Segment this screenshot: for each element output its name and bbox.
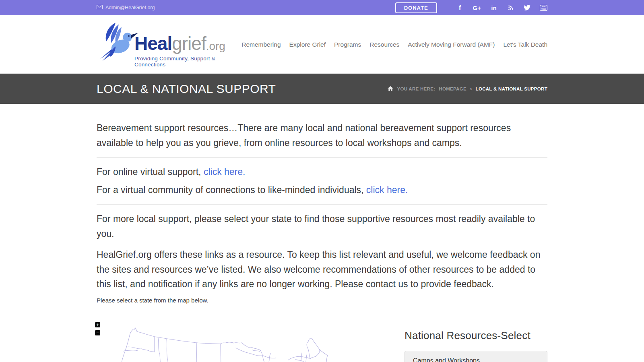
breadcrumb-homepage-link[interactable]: HOMEPAGE [439,86,466,91]
nav-item-resources[interactable]: Resources [369,41,399,48]
sidebar-item-camps-and-workshops[interactable]: Camps and Workshops [405,351,547,362]
virtual-support-line: For online virtual support, click here. [97,165,547,179]
main-content: Bereavement support resources…There are … [97,104,547,362]
donate-button[interactable]: DONATE [395,2,437,13]
admin-email-link[interactable]: Admin@HealGrief.org [97,5,155,10]
page-title-banner: LOCAL & NATIONAL SUPPORT YOU ARE HERE: H… [0,74,644,104]
logo-word-heal: Heal [134,33,172,54]
national-resources-sidebar: National Resources-Select Camps and Work… [405,310,547,362]
svg-text:Tube: Tube [541,8,546,10]
intro-paragraph: Bereavement support resources…There are … [97,121,547,150]
map-zoom-in-button[interactable]: + [95,322,100,327]
community-text: For a virtual community of connections t… [97,185,366,195]
logo-word-grief: grief [172,33,206,54]
divider [97,204,547,205]
admin-email-text: Admin@HealGrief.org [105,5,155,10]
community-line: For a virtual community of connections t… [97,183,547,197]
nav-item-lets-talk-death[interactable]: Let's Talk Death [503,41,547,48]
state-map-section: + − [97,310,405,362]
community-link[interactable]: click here. [366,185,408,195]
top-bar: Admin@HealGrief.org DONATE f G+ in YouTu… [0,0,644,15]
breadcrumb-chevron-icon: › [470,86,472,92]
logo-word-org: .org [206,40,225,52]
hummingbird-logo-icon [97,21,140,65]
social-icons: f G+ in YouTube [456,4,547,11]
rss-icon[interactable] [507,5,514,11]
nav-item-amf[interactable]: Actively Moving Forward (AMF) [408,41,495,48]
facebook-icon[interactable]: f [456,4,464,11]
local-support-paragraph: For more local support, please select yo… [97,212,547,241]
envelope-icon [97,5,103,10]
map-zoom-controls: + − [95,322,100,335]
nav-item-explore-grief[interactable]: Explore Grief [289,41,326,48]
virtual-support-text: For online virtual support, [97,167,204,177]
youtube-icon[interactable]: YouTube [540,5,547,11]
divider [97,157,547,158]
us-states-map[interactable] [119,316,369,362]
nav-item-programs[interactable]: Programs [334,41,361,48]
sidebar-heading: National Resources-Select [405,329,547,342]
feedback-paragraph: HealGrief.org offers these links as a re… [97,247,547,292]
google-plus-icon[interactable]: G+ [473,5,481,11]
page-title: LOCAL & NATIONAL SUPPORT [97,82,276,96]
site-header: Healgrief.org Providing Community, Suppo… [0,15,644,74]
logo-tagline: Providing Community, Support & Connectio… [134,56,242,68]
twitter-icon[interactable] [523,5,530,10]
linkedin-icon[interactable]: in [490,5,497,11]
map-prompt: Please select a state from the map below… [97,297,547,304]
home-icon [388,86,393,91]
logo-text: Healgrief.org Providing Community, Suppo… [134,33,242,68]
map-zoom-out-button[interactable]: − [95,330,100,335]
virtual-support-link[interactable]: click here. [204,167,246,177]
nav-item-remembering[interactable]: Remembering [242,41,281,48]
breadcrumb: YOU ARE HERE: HOMEPAGE › LOCAL & NATIONA… [388,86,547,92]
main-nav: Remembering Explore Grief Programs Resou… [242,41,547,48]
site-logo[interactable]: Healgrief.org Providing Community, Suppo… [97,21,242,68]
breadcrumb-label: YOU ARE HERE: [397,86,435,91]
breadcrumb-current: LOCAL & NATIONAL SUPPORT [476,86,547,91]
